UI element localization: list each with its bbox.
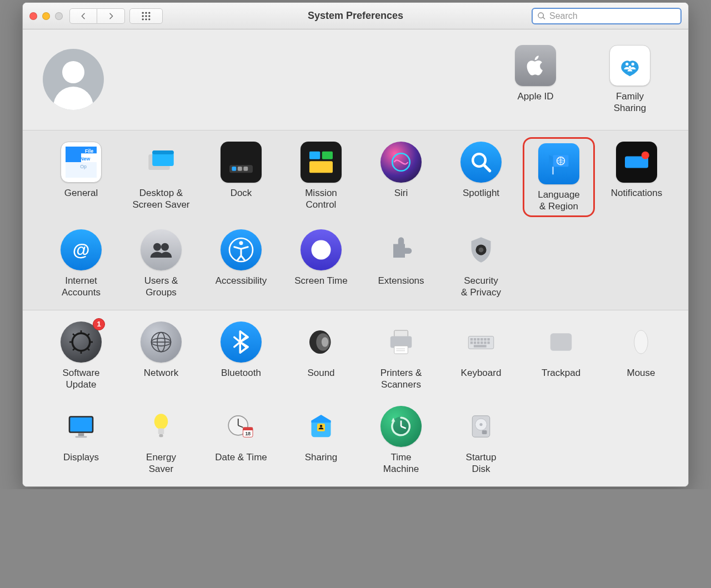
svg-line-49 bbox=[73, 334, 75, 336]
pref-label: Security & Privacy bbox=[461, 275, 501, 299]
apple-icon bbox=[515, 45, 556, 86]
svg-rect-73 bbox=[474, 341, 476, 344]
forward-button[interactable] bbox=[97, 8, 125, 24]
back-button[interactable] bbox=[69, 8, 97, 24]
pref-trackpad[interactable]: Trackpad bbox=[525, 321, 597, 391]
pref-label: Family Sharing bbox=[614, 91, 647, 114]
svg-rect-70 bbox=[484, 338, 486, 340]
pref-time-machine[interactable]: Time Machine bbox=[365, 406, 437, 475]
show-all-button[interactable] bbox=[129, 8, 163, 24]
pref-mission-control[interactable]: Mission Control bbox=[285, 142, 357, 214]
svg-text:File: File bbox=[85, 148, 93, 153]
user-avatar[interactable] bbox=[43, 49, 104, 110]
pref-family-sharing[interactable]: Family Sharing bbox=[594, 45, 666, 114]
svg-line-51 bbox=[87, 334, 89, 336]
pref-label: Trackpad bbox=[542, 367, 580, 379]
svg-rect-24 bbox=[238, 166, 242, 170]
pref-notifications[interactable]: Notifications bbox=[600, 142, 673, 214]
svg-point-38 bbox=[153, 243, 161, 251]
svg-rect-23 bbox=[232, 166, 236, 170]
startup-disk-icon bbox=[460, 406, 502, 447]
svg-rect-77 bbox=[487, 341, 489, 344]
pref-label: Desktop & Screen Saver bbox=[133, 187, 190, 211]
svg-point-41 bbox=[239, 241, 243, 245]
pref-displays[interactable]: Displays bbox=[45, 406, 117, 475]
search-field[interactable] bbox=[532, 8, 682, 24]
pref-keyboard[interactable]: Keyboard bbox=[445, 321, 517, 391]
pref-bluetooth[interactable]: Bluetooth bbox=[205, 321, 277, 391]
pref-mouse[interactable]: Mouse bbox=[605, 321, 677, 391]
pref-general[interactable]: FileNewOp General bbox=[45, 142, 117, 214]
pref-section-hardware: 1 Software Update Network Bluetooth bbox=[23, 310, 688, 486]
traffic-lights bbox=[29, 12, 63, 20]
internet-accounts-icon: @ bbox=[61, 229, 102, 270]
svg-point-43 bbox=[479, 248, 484, 253]
svg-rect-71 bbox=[487, 338, 489, 340]
time-machine-icon bbox=[380, 406, 422, 447]
pref-screen-time[interactable]: Screen Time bbox=[285, 229, 357, 299]
svg-text:Op: Op bbox=[80, 163, 87, 169]
pref-label: Notifications bbox=[611, 187, 663, 199]
svg-rect-103 bbox=[482, 430, 487, 434]
svg-point-4 bbox=[145, 15, 147, 17]
svg-rect-72 bbox=[470, 341, 473, 344]
pref-software-update[interactable]: 1 Software Update bbox=[45, 321, 117, 391]
pref-dock[interactable]: Dock bbox=[205, 142, 277, 214]
pref-sound[interactable]: Sound bbox=[285, 321, 357, 391]
pref-accessibility[interactable]: Accessibility bbox=[205, 229, 277, 299]
svg-rect-68 bbox=[477, 338, 479, 340]
pref-spotlight[interactable]: Spotlight bbox=[445, 142, 517, 214]
security-privacy-icon bbox=[460, 229, 502, 270]
zoom-window-button[interactable] bbox=[55, 12, 63, 20]
pref-printers-scanners[interactable]: Printers & Scanners bbox=[365, 321, 437, 391]
pref-label: Displays bbox=[63, 451, 99, 463]
svg-rect-67 bbox=[474, 338, 476, 340]
pref-label: Mission Control bbox=[305, 187, 337, 211]
minimize-window-button[interactable] bbox=[42, 12, 50, 20]
search-input[interactable] bbox=[549, 11, 676, 21]
svg-point-8 bbox=[148, 18, 150, 20]
pref-startup-disk[interactable]: Startup Disk bbox=[445, 406, 517, 475]
pref-internet-accounts[interactable]: @ Internet Accounts bbox=[45, 229, 117, 299]
svg-rect-92 bbox=[243, 428, 253, 430]
pref-label: Startup Disk bbox=[466, 451, 497, 475]
pref-users-groups[interactable]: Users & Groups bbox=[125, 229, 197, 299]
trackpad-icon bbox=[540, 321, 582, 363]
pref-language-region[interactable]: Language & Region bbox=[523, 137, 595, 218]
mission-control-icon bbox=[301, 142, 342, 183]
svg-point-1 bbox=[145, 12, 147, 13]
pref-sharing[interactable]: Sharing bbox=[285, 406, 357, 475]
profile-row: Apple ID Family Sharing bbox=[23, 29, 688, 130]
displays-icon bbox=[61, 406, 102, 447]
svg-text:@: @ bbox=[73, 240, 90, 260]
svg-text:18: 18 bbox=[245, 431, 251, 436]
svg-rect-74 bbox=[477, 341, 479, 344]
pref-security-privacy[interactable]: Security & Privacy bbox=[445, 229, 517, 299]
header-prefs: Apple ID Family Sharing bbox=[499, 45, 666, 114]
svg-rect-66 bbox=[470, 338, 473, 340]
svg-rect-78 bbox=[474, 345, 487, 347]
pref-date-time[interactable]: 18 Date & Time bbox=[205, 406, 277, 475]
pref-siri[interactable]: Siri bbox=[365, 142, 437, 214]
pref-network[interactable]: Network bbox=[125, 321, 197, 391]
pref-apple-id[interactable]: Apple ID bbox=[499, 45, 572, 114]
pref-label: Network bbox=[144, 367, 178, 379]
svg-rect-79 bbox=[550, 333, 572, 351]
pref-desktop-screen-saver[interactable]: Desktop & Screen Saver bbox=[125, 142, 197, 214]
software-update-icon: 1 bbox=[61, 321, 102, 363]
svg-rect-21 bbox=[152, 150, 174, 154]
spotlight-icon bbox=[460, 142, 502, 183]
pref-label: Internet Accounts bbox=[62, 275, 101, 299]
sound-icon bbox=[301, 321, 342, 363]
siri-icon bbox=[380, 142, 422, 183]
titlebar: System Preferences bbox=[23, 3, 688, 29]
svg-point-59 bbox=[322, 337, 328, 347]
pref-energy-saver[interactable]: Energy Saver bbox=[125, 406, 197, 475]
pref-label: Accessibility bbox=[216, 275, 267, 287]
bluetooth-icon bbox=[221, 321, 262, 363]
pref-extensions[interactable]: Extensions bbox=[365, 229, 437, 299]
close-window-button[interactable] bbox=[29, 12, 37, 20]
svg-point-7 bbox=[145, 18, 147, 20]
nav-button-group bbox=[69, 8, 125, 24]
date-time-icon: 18 bbox=[221, 406, 262, 447]
